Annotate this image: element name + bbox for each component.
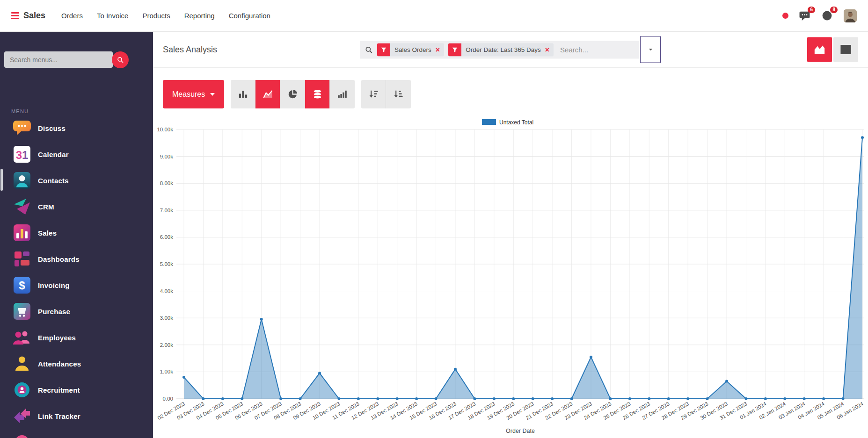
sidebar-item-contacts[interactable]: Contacts [0, 167, 153, 194]
sidebar-item-label: CRM [38, 203, 54, 211]
sidebar-item-invoicing[interactable]: $Invoicing [0, 272, 153, 298]
pie-chart-button[interactable] [280, 80, 305, 108]
data-point[interactable] [182, 376, 185, 379]
data-point[interactable] [396, 397, 399, 400]
svg-text:$: $ [19, 279, 25, 292]
bar-chart-button[interactable] [231, 80, 255, 108]
data-point[interactable] [861, 136, 864, 139]
sidebar-item-crm[interactable]: CRM [0, 194, 153, 220]
data-point[interactable] [706, 397, 709, 400]
data-point[interactable] [279, 397, 282, 400]
svg-text:3.00k: 3.00k [160, 315, 173, 321]
sidebar-item-clipped[interactable] [0, 429, 153, 438]
data-point[interactable] [822, 397, 825, 400]
line-chart-button[interactable] [255, 80, 280, 108]
messages-badge: 6 [808, 7, 815, 13]
pivot-view-button[interactable] [833, 37, 858, 62]
search-facet: Order Date: Last 365 Days× [448, 43, 554, 56]
data-point[interactable] [628, 397, 631, 400]
data-point[interactable] [803, 397, 806, 400]
recruitment-icon [12, 380, 32, 400]
svg-text:1.00k: 1.00k [160, 369, 173, 374]
data-point[interactable] [357, 397, 360, 400]
search-facet: Sales Orders× [377, 43, 444, 56]
sidebar-search-input[interactable] [4, 51, 113, 68]
svg-text:Untaxed Total: Untaxed Total [499, 119, 533, 126]
topbar-menu-configuration[interactable]: Configuration [229, 12, 270, 20]
data-point[interactable] [783, 397, 786, 400]
data-point[interactable] [337, 397, 340, 400]
data-point[interactable] [260, 318, 263, 321]
series-line [184, 137, 862, 399]
facet-list: Sales Orders×Order Date: Last 365 Days× [377, 43, 554, 56]
data-point[interactable] [648, 397, 650, 400]
sidebar-item-dashboards[interactable]: Dashboards [0, 246, 153, 272]
sidebar-item-calendar[interactable]: 31Calendar [0, 141, 153, 167]
topbar-menu-orders[interactable]: Orders [61, 12, 83, 20]
data-point[interactable] [435, 397, 438, 400]
data-point[interactable] [725, 380, 728, 383]
search-field[interactable]: Sales Orders×Order Date: Last 365 Days× … [360, 41, 639, 58]
topbar-menu-to-invoice[interactable]: To Invoice [97, 12, 129, 20]
hamburger-icon[interactable] [11, 12, 19, 19]
stacked-button[interactable] [305, 80, 330, 108]
data-point[interactable] [473, 397, 476, 400]
data-point[interactable] [764, 397, 767, 400]
sort-descending-button[interactable] [361, 80, 386, 108]
activities-button[interactable]: 8 [821, 10, 833, 22]
data-point[interactable] [241, 397, 243, 400]
facet-remove-button[interactable]: × [436, 46, 444, 53]
app-name[interactable]: Sales [23, 11, 45, 21]
data-point[interactable] [667, 397, 670, 400]
crm-icon [12, 197, 32, 216]
data-point[interactable] [318, 372, 321, 374]
sidebar-item-employees[interactable]: Employees [0, 324, 153, 351]
data-point[interactable] [221, 397, 224, 400]
data-point[interactable] [842, 397, 845, 400]
invoicing-icon: $ [12, 275, 32, 295]
svg-text:2.00k: 2.00k [160, 342, 173, 348]
data-point[interactable] [590, 356, 592, 359]
sidebar-search [4, 51, 148, 68]
data-point[interactable] [532, 397, 534, 400]
data-point[interactable] [493, 397, 496, 400]
topbar-menu-reporting[interactable]: Reporting [184, 12, 215, 20]
data-point[interactable] [551, 397, 554, 400]
cumulative-button[interactable] [330, 80, 355, 108]
sidebar-item-sales[interactable]: Sales [0, 220, 153, 246]
graph-view-button[interactable] [807, 37, 832, 62]
sidebar-item-label: Employees [38, 334, 76, 342]
data-point[interactable] [686, 397, 689, 400]
sidebar-item-link-tracker[interactable]: Link Tracker [0, 403, 153, 429]
apps-menu[interactable]: Sales [11, 11, 45, 21]
measures-button[interactable]: Measures [163, 80, 224, 108]
data-point[interactable] [609, 397, 612, 400]
facet-remove-button[interactable]: × [545, 46, 554, 53]
data-point[interactable] [512, 397, 515, 400]
topbar-menu-products[interactable]: Products [142, 12, 170, 20]
data-point[interactable] [415, 397, 418, 400]
filter-icon [380, 46, 387, 53]
employees-icon [12, 328, 32, 347]
sidebar-item-discuss[interactable]: Discuss [0, 115, 153, 141]
sidebar-scrollbar-thumb[interactable] [0, 169, 3, 191]
link-tracker-icon [12, 406, 32, 426]
sidebar-search-button[interactable] [112, 51, 129, 68]
sidebar-app-list: Discuss31CalendarContactsCRMSalesDashboa… [0, 115, 153, 438]
data-point[interactable] [299, 397, 302, 400]
data-point[interactable] [454, 368, 457, 371]
data-point[interactable] [570, 397, 573, 400]
data-point[interactable] [202, 397, 204, 400]
sort-ascending-button[interactable] [386, 80, 411, 108]
data-point[interactable] [376, 397, 379, 400]
messages-button[interactable]: 6 [799, 10, 811, 22]
data-point[interactable] [744, 397, 747, 400]
search-placeholder: Search... [560, 46, 588, 54]
sidebar-item-attendances[interactable]: Attendances [0, 351, 153, 377]
search-options-toggle[interactable] [640, 36, 661, 63]
user-avatar[interactable] [844, 9, 857, 22]
sidebar-item-purchase[interactable]: Purchase [0, 298, 153, 324]
sidebar-item-recruitment[interactable]: Recruitment [0, 377, 153, 403]
x-axis-title: Order Date [506, 428, 535, 434]
pie-chart-icon [287, 89, 298, 100]
